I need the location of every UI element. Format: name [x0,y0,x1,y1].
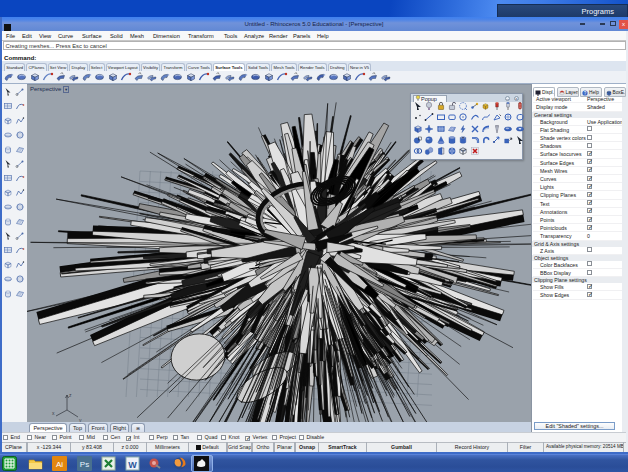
svg-text:Ps: Ps [80,460,89,469]
svg-text:Ai: Ai [56,460,63,469]
svg-text:x: x [52,410,55,416]
svg-text:W: W [128,460,137,470]
svg-text:z: z [69,392,72,398]
